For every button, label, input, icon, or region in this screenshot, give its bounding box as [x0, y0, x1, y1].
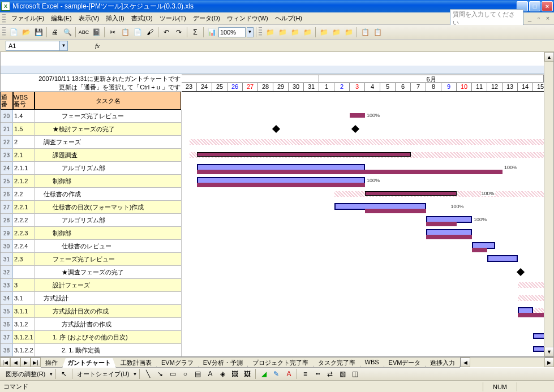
table-row[interactable]: 292.2.3制御部: [1, 227, 182, 240]
task-cell[interactable]: アルゴリズム部: [35, 214, 182, 226]
task-cell[interactable]: 調査フェーズ: [35, 136, 182, 148]
copy-button[interactable]: 📋: [119, 27, 131, 38]
shadow-button[interactable]: ▧: [337, 368, 348, 380]
dash-style-button[interactable]: ┅: [312, 368, 323, 380]
wbs-cell[interactable]: 2.2: [13, 188, 35, 200]
menu-item[interactable]: 表示(V): [75, 13, 103, 24]
wbs-cell[interactable]: 2.3: [13, 253, 35, 265]
sheet-tab[interactable]: EVMデータ: [384, 358, 426, 368]
task-cell[interactable]: 1. 序 (およびその他の目次): [35, 331, 182, 343]
table-row[interactable]: 201.4フェーズ完了レビュー: [1, 110, 182, 123]
picture-button[interactable]: 🖼: [242, 368, 253, 380]
mdi-restore-button[interactable]: ▫: [535, 15, 543, 23]
folder-button[interactable]: 📁: [264, 27, 276, 38]
tab-first-button[interactable]: |◀: [0, 357, 10, 367]
table-row[interactable]: 232.1課題調査: [1, 149, 182, 162]
autosum-button[interactable]: Σ: [190, 27, 201, 38]
scroll-left-button[interactable]: ◀: [461, 357, 470, 367]
spellcheck-button[interactable]: ABC: [78, 27, 89, 38]
row-number[interactable]: 30: [1, 240, 13, 252]
sheet-tab[interactable]: EV分析・予測: [198, 358, 248, 368]
task-cell[interactable]: 仕様書のレビュー: [35, 240, 182, 252]
new-button[interactable]: 📄: [8, 27, 19, 38]
tab-last-button[interactable]: ▶|: [31, 357, 41, 367]
grid-left-pane[interactable]: 2007/10/11 13:31に更新されたガントチャートです 更新は「通番」を…: [1, 52, 182, 356]
draw-menu[interactable]: 図形の調整(R): [3, 370, 48, 378]
row-number[interactable]: 38: [1, 344, 13, 356]
table-row[interactable]: 343.1方式設計: [1, 292, 182, 305]
arrow-style-button[interactable]: ⇄: [324, 368, 336, 380]
row-number[interactable]: 21: [1, 123, 13, 135]
redo-button[interactable]: ↷: [173, 27, 184, 38]
scroll-right-button[interactable]: ▶: [544, 357, 554, 367]
close-button[interactable]: ×: [542, 1, 553, 11]
task-cell[interactable]: ★検討フェーズの完了: [35, 123, 182, 135]
row-number[interactable]: 33: [1, 279, 13, 291]
horizontal-scrollbar[interactable]: ◀ ▶: [460, 357, 554, 367]
zoom-dropdown[interactable]: ▼: [247, 27, 254, 37]
table-row[interactable]: 282.2.2アルゴリズム部: [1, 214, 182, 227]
row-number[interactable]: 34: [1, 292, 13, 304]
task-cell[interactable]: 課題調査: [35, 149, 182, 161]
table-row[interactable]: 32★調査フェーズの完了: [1, 266, 182, 279]
font-color-button[interactable]: A: [283, 368, 294, 380]
sheet-tab[interactable]: 工数計画表: [115, 358, 157, 368]
menu-item[interactable]: ファイル(F): [8, 13, 48, 24]
menu-item[interactable]: データ(D): [190, 13, 224, 24]
wbs-cell[interactable]: 2.1: [13, 149, 35, 161]
preview-button[interactable]: 🔍: [62, 27, 73, 38]
row-number[interactable]: 26: [1, 188, 13, 200]
menu-item[interactable]: 挿入(I): [102, 13, 127, 24]
row-number[interactable]: 25: [1, 175, 13, 187]
sheet-tab[interactable]: EVMグラフ: [156, 358, 199, 368]
wbs-cell[interactable]: 3.1.2.1: [13, 331, 35, 343]
sheet-tab[interactable]: タスク完了率: [313, 358, 360, 368]
copy-button[interactable]: 📋: [372, 27, 383, 38]
select-objects-button[interactable]: ↖: [58, 368, 70, 380]
row-number[interactable]: 36: [1, 318, 13, 330]
task-cell[interactable]: 制御部: [35, 227, 182, 239]
sheet-tab[interactable]: 操作: [41, 358, 63, 368]
undo-button[interactable]: ↶: [161, 27, 172, 38]
gantt-pane[interactable]: 6月 2324252627282930311234567891011121314…: [182, 52, 544, 356]
oval-button[interactable]: ○: [179, 368, 191, 380]
fx-label[interactable]: fx: [95, 42, 100, 49]
wordart-button[interactable]: A: [204, 368, 216, 380]
task-cell[interactable]: 制御部: [35, 175, 182, 187]
folder-button[interactable]: 📁: [343, 27, 354, 38]
table-row[interactable]: 383.1.2.22. 1. 動作定義: [1, 344, 182, 357]
menu-item[interactable]: ヘルプ(H): [272, 13, 306, 24]
row-number[interactable]: 20: [1, 110, 13, 122]
sheet-tab[interactable]: 進捗入力: [425, 358, 460, 368]
task-cell[interactable]: アルゴリズム部: [35, 162, 182, 174]
task-cell[interactable]: 仕様書の目次(フォーマット)作成: [35, 201, 182, 213]
row-number[interactable]: 35: [1, 305, 13, 317]
wbs-cell[interactable]: 2.1.1: [13, 162, 35, 174]
scroll-down-button[interactable]: ▼: [544, 347, 554, 356]
table-row[interactable]: 363.1.2方式設計書の作成: [1, 318, 182, 331]
folder-button[interactable]: 📁: [302, 27, 313, 38]
table-row[interactable]: 302.2.4仕様書のレビュー: [1, 240, 182, 253]
sheet-tab[interactable]: プロジェクト完了率: [247, 358, 313, 368]
wbs-cell[interactable]: 2.2.4: [13, 240, 35, 252]
row-number[interactable]: 37: [1, 331, 13, 343]
wbs-cell[interactable]: 3.1: [13, 292, 35, 304]
table-row[interactable]: 373.1.2.11. 序 (およびその他の目次): [1, 331, 182, 344]
menu-item[interactable]: ツール(T): [156, 13, 190, 24]
task-cell[interactable]: 方式設計目次の作成: [35, 305, 182, 317]
name-box-dropdown[interactable]: ▼: [60, 41, 68, 51]
row-number[interactable]: 29: [1, 227, 13, 239]
row-number[interactable]: 32: [1, 266, 13, 278]
arrow-button[interactable]: ↘: [154, 368, 166, 380]
zoom-input[interactable]: 100%: [218, 27, 246, 37]
textbox-button[interactable]: ▤: [192, 368, 203, 380]
open-button[interactable]: 📂: [20, 27, 32, 38]
copy-button[interactable]: 📋: [359, 27, 371, 38]
row-number[interactable]: 28: [1, 214, 13, 226]
wbs-cell[interactable]: 1.4: [13, 110, 35, 122]
folder-button[interactable]: 📁: [330, 27, 342, 38]
table-row[interactable]: 252.1.2制御部: [1, 175, 182, 188]
table-row[interactable]: 333設計フェーズ: [1, 279, 182, 292]
table-row[interactable]: 312.3フェーズ完了レビュー: [1, 253, 182, 266]
row-number[interactable]: 22: [1, 136, 13, 148]
